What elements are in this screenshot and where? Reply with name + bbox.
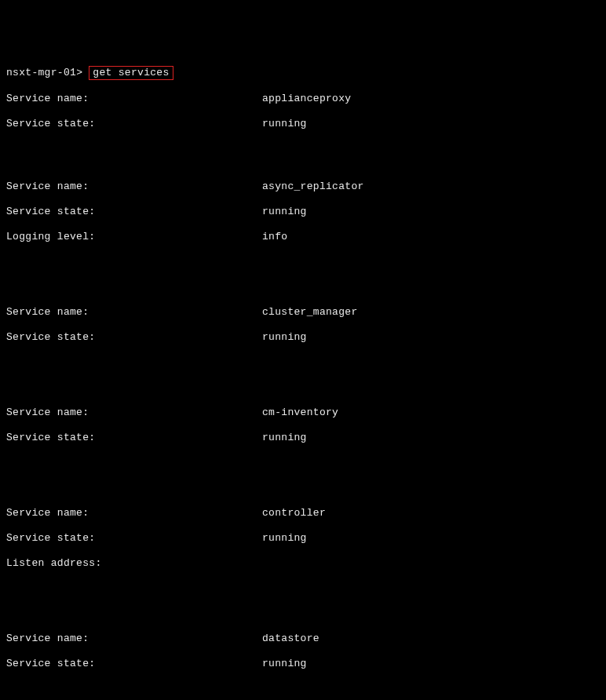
value-service-name: async_replicator bbox=[262, 180, 364, 193]
value-service-state: running bbox=[262, 658, 307, 670]
label-service-state: Service state: bbox=[6, 658, 262, 670]
value-service-name: controller bbox=[262, 507, 326, 520]
service-row: Listen address: bbox=[6, 557, 600, 570]
service-block: Service name:datastore Service state:run… bbox=[6, 620, 600, 683]
label-service-name: Service name: bbox=[6, 180, 262, 193]
service-row: Service name:async_replicator bbox=[6, 180, 600, 193]
label-service-state: Service state: bbox=[6, 118, 262, 130]
value-service-state: running bbox=[262, 432, 307, 444]
value-service-state: running bbox=[262, 118, 307, 130]
value-service-state: running bbox=[262, 331, 307, 344]
label-service-state: Service state: bbox=[6, 206, 262, 218]
value-service-name: datastore bbox=[262, 633, 319, 645]
service-row: Service state:running bbox=[6, 432, 600, 444]
service-block: Service name:controller Service state:ru… bbox=[6, 494, 600, 582]
value-logging-level: info bbox=[262, 231, 287, 243]
service-row: Service state:running bbox=[6, 658, 600, 670]
terminal-output: nsxt-mgr-01> get services Service name:a… bbox=[6, 53, 600, 700]
value-service-state: running bbox=[262, 532, 307, 545]
label-service-name: Service name: bbox=[6, 306, 262, 319]
value-service-name: applianceproxy bbox=[262, 93, 351, 105]
label-service-name: Service name: bbox=[6, 507, 262, 520]
service-row: Service state:running bbox=[6, 118, 600, 130]
service-row: Service name:cm-inventory bbox=[6, 407, 600, 419]
prompt-host: nsxt-mgr-01 bbox=[6, 67, 76, 78]
service-row: Service name:datastore bbox=[6, 633, 600, 645]
command-text: get services bbox=[89, 66, 173, 80]
value-service-name: cluster_manager bbox=[262, 306, 358, 319]
service-row: Service name:applianceproxy bbox=[6, 93, 600, 105]
value-service-name: cm-inventory bbox=[262, 407, 338, 419]
service-block: Service name:cm-inventory Service state:… bbox=[6, 394, 600, 457]
service-row: Service state:running bbox=[6, 532, 600, 545]
label-logging-level: Logging level: bbox=[6, 231, 262, 243]
service-row: Service state:running bbox=[6, 206, 600, 218]
service-row: Logging level:info bbox=[6, 231, 600, 243]
label-service-state: Service state: bbox=[6, 532, 262, 545]
service-row: Service name:controller bbox=[6, 507, 600, 520]
service-block: Service name:cluster_manager Service sta… bbox=[6, 293, 600, 356]
label-service-name: Service name: bbox=[6, 93, 262, 105]
label-service-name: Service name: bbox=[6, 633, 262, 645]
prompt-symbol: > bbox=[76, 67, 82, 78]
service-block: Service name:async_replicator Service st… bbox=[6, 168, 600, 256]
label-service-state: Service state: bbox=[6, 432, 262, 444]
label-service-name: Service name: bbox=[6, 407, 262, 419]
label-service-state: Service state: bbox=[6, 331, 262, 344]
prompt-line[interactable]: nsxt-mgr-01> get services bbox=[6, 66, 600, 80]
service-row: Service name:cluster_manager bbox=[6, 306, 600, 319]
service-row: Service state:running bbox=[6, 331, 600, 344]
label-listen-address: Listen address: bbox=[6, 557, 262, 570]
value-service-state: running bbox=[262, 206, 307, 218]
